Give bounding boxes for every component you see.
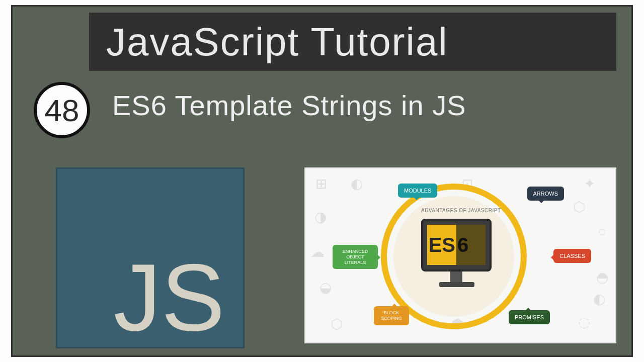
js-logo-text: JS xyxy=(113,249,225,345)
title-text: JavaScript Tutorial xyxy=(106,19,448,65)
es6-diagram-card: ⊞ ◐ ✦ ◑ ☁ ◒ ⬡ ⬢ ○ ◓ ◌ ⊡ ⬡ ◐ ADVANTAGES O… xyxy=(304,167,616,343)
subtitle-text: ES6 Template Strings in JS xyxy=(112,89,466,122)
monitor-screen-left: ES xyxy=(427,225,456,265)
bubble-classes: CLASSES xyxy=(553,249,591,263)
js-logo-tile: JS xyxy=(56,167,245,348)
bubble-arrows: ARROWS xyxy=(527,187,565,201)
bubble-modules: MODULES xyxy=(398,184,437,198)
monitor-screen-right: 6 xyxy=(456,225,486,265)
episode-number: 48 xyxy=(45,93,79,128)
monitor-text-6: 6 xyxy=(457,234,468,256)
bubble-promises: PROMISES xyxy=(509,310,550,324)
monitor-base xyxy=(439,282,474,287)
title-bar: JavaScript Tutorial xyxy=(89,13,616,71)
monitor-icon: ES 6 xyxy=(421,219,492,272)
episode-badge: 48 xyxy=(34,82,90,138)
bubble-enhanced: ENHANCED OBJECT LITERALS xyxy=(333,245,378,269)
bubble-block: BLOCK SCOPING xyxy=(374,306,409,325)
thumbnail-frame: JavaScript Tutorial 48 ES6 Template Stri… xyxy=(11,5,633,357)
monitor-text-es: ES xyxy=(429,234,455,256)
diagram-heading: ADVANTAGES OF JAVASCRIPT xyxy=(421,208,501,213)
